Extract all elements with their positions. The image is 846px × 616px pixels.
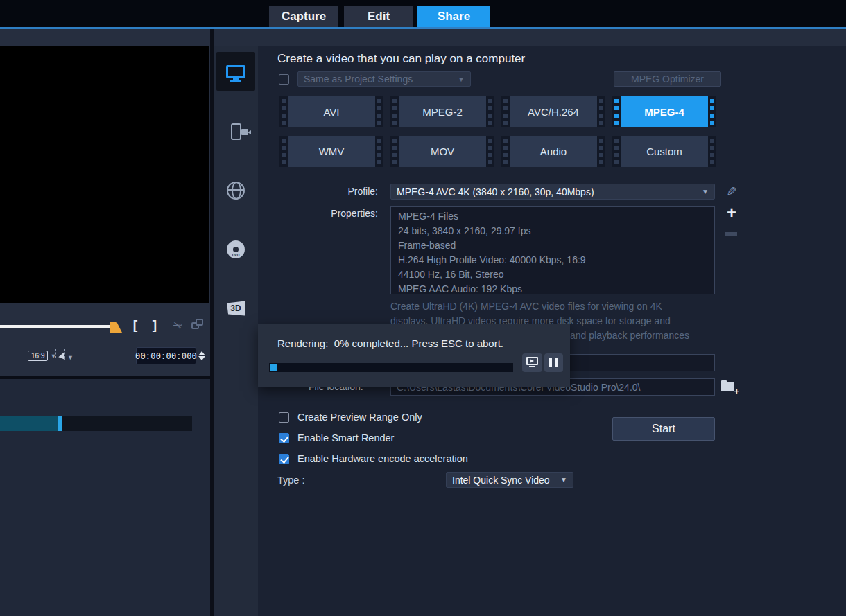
format-mov-button[interactable]: MOV <box>390 136 494 167</box>
property-line: H.264 High Profile Video: 40000 Kbps, 16… <box>398 253 707 267</box>
selection-marquee-icon <box>55 349 65 358</box>
split-clip-button[interactable]: ✂ <box>169 317 186 333</box>
disc-icon: DVD <box>227 240 245 258</box>
chevron-down-icon: ▼ <box>67 354 74 361</box>
rendering-progressbar <box>269 363 513 372</box>
enable-smart-render-checkbox[interactable] <box>279 433 289 443</box>
scissors-icon: ✂ <box>171 317 184 333</box>
monitor-play-icon <box>526 357 538 365</box>
profile-select[interactable]: MPEG-4 AVC 4K (3840 x 2160, 30p, 40Mbps)… <box>390 184 715 200</box>
plus-icon: + <box>727 203 736 222</box>
format-avi-button[interactable]: AVI <box>279 96 383 127</box>
top-tab-bar: Capture Edit Share <box>0 0 846 27</box>
page-title: Create a video that you can play on a co… <box>277 52 525 66</box>
duplicate-button[interactable] <box>190 318 205 333</box>
start-button[interactable]: Start <box>612 417 715 441</box>
property-line: MPEG AAC Audio: 192 Kbps <box>398 282 707 294</box>
mark-in-button[interactable]: [ <box>128 317 143 333</box>
seek-fill <box>0 416 58 431</box>
same-as-project-select: Same as Project Settings ▼ <box>297 71 471 87</box>
format-mpeg4-button[interactable]: MPEG-4 <box>612 96 716 127</box>
sidebar-item-computer[interactable] <box>216 52 255 91</box>
format-mpeg2-button[interactable]: MPEG-2 <box>390 96 494 127</box>
3d-movie-icon: 3D <box>227 301 245 316</box>
share-destination-sidebar: DVD 3D <box>214 46 258 616</box>
timecode-spinner[interactable] <box>197 347 207 364</box>
rendering-message: Rendering: 0% completed... Press ESC to … <box>277 337 503 349</box>
rendering-dialog: Rendering: 0% completed... Press ESC to … <box>258 324 570 387</box>
enable-hw-encode-checkbox[interactable] <box>279 454 289 464</box>
properties-box[interactable]: MPEG-4 Files 24 bits, 3840 x 2160, 29.97… <box>390 206 715 294</box>
rendering-progress-fill <box>270 364 277 371</box>
mobile-device-icon <box>231 123 241 140</box>
property-line: 44100 Hz, 16 Bit, Stereo <box>398 267 707 282</box>
create-preview-range-checkbox[interactable] <box>279 412 289 423</box>
same-as-project-checkbox[interactable] <box>279 74 289 85</box>
computer-icon <box>226 65 245 78</box>
web-icon <box>227 182 245 200</box>
spinner-up-icon <box>198 351 205 355</box>
sidebar-item-disc[interactable]: DVD <box>216 230 255 269</box>
selection-mode-button[interactable]: ▼ <box>55 349 74 362</box>
format-audio-button[interactable]: Audio <box>501 136 605 167</box>
preview-panel: [ ] ✂ 16:9 ▼ ▼ 00:00:00:000 <box>0 29 214 616</box>
edit-profile-button[interactable]: ✎ <box>724 184 739 200</box>
chevron-down-icon: ▼ <box>702 188 709 195</box>
seek-handle[interactable] <box>58 416 62 431</box>
format-avc-h264-button[interactable]: AVC/H.264 <box>501 96 605 127</box>
preview-screen <box>0 46 209 303</box>
tab-edit[interactable]: Edit <box>344 6 413 27</box>
toggle-render-preview-button[interactable] <box>522 353 542 372</box>
aspect-ratio-value: 16:9 <box>28 351 48 361</box>
pause-render-button[interactable] <box>544 353 563 372</box>
trim-bar[interactable] <box>0 325 111 328</box>
trim-end-marker-icon[interactable] <box>110 322 122 333</box>
pause-icon <box>549 358 558 367</box>
tab-share[interactable]: Share <box>417 6 490 27</box>
sidebar-item-mobile-device[interactable] <box>216 112 255 151</box>
videostudio-share-window: Capture Edit Share [ ] ✂ 16:9 ▼ ▼ 00:00:… <box>0 0 846 616</box>
format-custom-button[interactable]: Custom <box>612 136 716 167</box>
aspect-ratio-button[interactable]: 16:9 ▼ <box>28 350 56 362</box>
chevron-down-icon: ▼ <box>560 476 567 484</box>
sidebar-item-3d[interactable]: 3D <box>216 289 255 328</box>
timeline-area <box>0 379 210 616</box>
mark-out-button[interactable]: ] <box>147 317 162 333</box>
profile-label: Profile: <box>296 186 378 197</box>
pencil-icon: ✎ <box>726 185 736 199</box>
chevron-down-icon: ▼ <box>458 76 465 83</box>
add-profile-button[interactable]: + <box>723 204 740 221</box>
remove-profile-button <box>725 232 737 236</box>
type-label: Type : <box>277 475 305 486</box>
browse-folder-button[interactable]: + <box>721 380 739 395</box>
enable-hw-encode-label: Enable Hardware encode acceleration <box>297 453 468 464</box>
property-line: MPEG-4 Files <box>398 209 707 224</box>
mpeg-optimizer-button: MPEG Optimizer <box>614 71 721 87</box>
properties-label: Properties: <box>296 208 378 219</box>
timecode-display[interactable]: 00:00:00:000 <box>136 347 196 364</box>
type-select[interactable]: Intel Quick Sync Video ▼ <box>446 472 573 488</box>
create-preview-range-label: Create Preview Range Only <box>297 412 422 423</box>
section-divider <box>258 403 846 403</box>
tab-capture[interactable]: Capture <box>269 6 338 27</box>
property-line: 24 bits, 3840 x 2160, 29.97 fps <box>398 224 707 238</box>
spinner-down-icon <box>198 356 205 360</box>
format-wmv-button[interactable]: WMV <box>279 136 383 167</box>
sidebar-item-web[interactable] <box>216 171 255 210</box>
enable-smart-render-label: Enable Smart Render <box>297 432 394 443</box>
render-seek-bar[interactable] <box>0 416 192 431</box>
property-line: Frame-based <box>398 238 707 253</box>
